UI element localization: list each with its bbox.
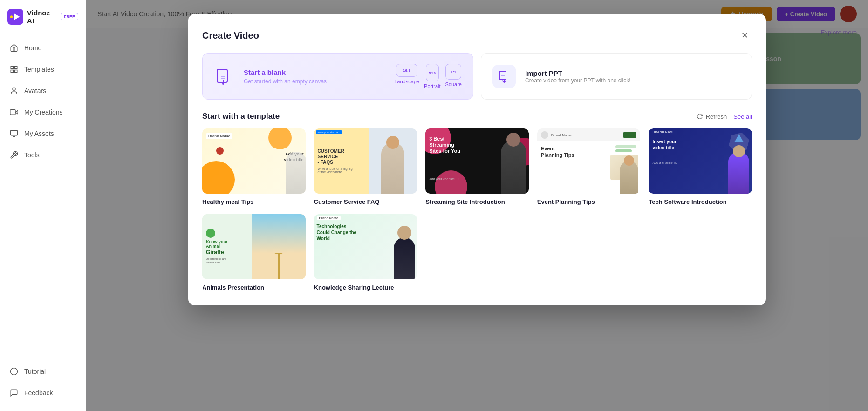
- template-card-healthy[interactable]: Brand Name Add your video title Healthy …: [202, 128, 306, 206]
- svg-rect-6: [15, 70, 17, 73]
- portrait-icon: 9:16: [426, 64, 439, 81]
- tech-person: [728, 152, 749, 194]
- svg-point-16: [222, 83, 224, 85]
- avatars-icon: [9, 86, 19, 95]
- modal-overlay[interactable]: Create Video ✕: [86, 0, 868, 411]
- template-card-tech[interactable]: BRAND NAME Insert yourvideo title Add a …: [649, 128, 752, 206]
- tech-thumb: BRAND NAME Insert yourvideo title Add a …: [649, 128, 752, 194]
- event-bar1: [615, 145, 636, 148]
- landscape-icon: 16:9: [396, 64, 417, 77]
- square-label: Square: [445, 81, 462, 87]
- sidebar-item-my-creations[interactable]: My Creations: [0, 101, 86, 123]
- import-option-content: Import PPT Create video from your PPT wi…: [525, 69, 631, 84]
- blank-icon: [214, 66, 234, 87]
- sidebar-item-my-assets[interactable]: My Assets: [0, 123, 86, 144]
- sidebar-item-home[interactable]: Home: [0, 37, 86, 59]
- main-content: Start AI Video Creation, 100% Free & Eff…: [86, 0, 868, 411]
- sidebar-item-my-assets-label: My Assets: [24, 130, 54, 137]
- square-ratio: 1:1: [451, 70, 456, 74]
- template-thumb-streaming: 3 BestStreamingSites for You Add your ch…: [425, 128, 529, 194]
- sidebar-item-avatars[interactable]: Avatars: [0, 80, 86, 101]
- refresh-icon: [697, 113, 703, 120]
- modal-title: Create Video: [202, 30, 259, 41]
- event-brand-text: Brand Name: [551, 133, 572, 137]
- see-all-button[interactable]: See all: [733, 113, 752, 120]
- sidebar-item-my-creations-label: My Creations: [24, 108, 62, 116]
- customer-left: CUSTOMERSERVICE- FAQS Write a topic or a…: [314, 128, 371, 194]
- refresh-templates-button[interactable]: Refresh: [697, 113, 727, 120]
- svg-rect-14: [217, 69, 227, 82]
- template-section-header: Start with a template Refresh See all: [202, 112, 752, 121]
- tutorial-icon: [9, 367, 19, 376]
- portrait-ratio: 9:16: [429, 71, 436, 74]
- refresh-label: Refresh: [706, 113, 727, 120]
- template-grid: Brand Name Add your video title Healthy …: [202, 128, 752, 291]
- event-bar2: [615, 149, 632, 152]
- knowledge-body: [394, 237, 415, 279]
- sidebar-item-templates-label: Templates: [24, 66, 54, 73]
- templates-icon: [9, 65, 19, 74]
- format-portrait[interactable]: 9:16 Portrait: [424, 64, 440, 89]
- sidebar: Vidnoz AI FREE Home Templates Avatars: [0, 0, 86, 411]
- animals-desc: Descriptions arewritten here: [206, 257, 250, 265]
- template-card-customer[interactable]: CUSTOMERSERVICE- FAQS Write a topic or a…: [314, 128, 417, 206]
- sidebar-item-tools[interactable]: Tools: [0, 144, 86, 166]
- landscape-label: Landscape: [394, 79, 419, 84]
- customer-thumb: CUSTOMERSERVICE- FAQS Write a topic or a…: [314, 128, 417, 194]
- logo[interactable]: Vidnoz AI FREE: [0, 0, 86, 34]
- feedback-icon: [9, 388, 19, 398]
- sidebar-item-tutorial[interactable]: Tutorial: [0, 361, 86, 382]
- blank-option-content: Start a blank Get started with an empty …: [244, 68, 327, 85]
- svg-marker-8: [15, 110, 18, 114]
- format-landscape[interactable]: 16:9 Landscape: [394, 64, 419, 89]
- sidebar-item-home-label: Home: [24, 44, 41, 52]
- template-label-healthy: Healthy meal Tips: [202, 198, 253, 205]
- animals-avatar: [206, 229, 215, 238]
- sidebar-item-tools-label: Tools: [24, 151, 40, 159]
- start-blank-option[interactable]: Start a blank Get started with an empty …: [202, 53, 473, 100]
- format-square[interactable]: 1:1 Square: [445, 64, 462, 89]
- streaming-channel: Add your channel ID.: [429, 177, 459, 181]
- knowledge-brand: Brand Name: [317, 216, 341, 220]
- blank-option-title: Start a blank: [244, 68, 327, 76]
- svg-rect-9: [10, 110, 15, 115]
- customer-sub-text: Write a topic or a highlightof the video…: [318, 167, 367, 174]
- template-thumb-healthy: Brand Name Add your video title: [202, 128, 306, 194]
- template-section-title: Start with a template: [202, 112, 280, 121]
- import-icon: [497, 69, 511, 83]
- sidebar-item-templates[interactable]: Templates: [0, 59, 86, 80]
- event-header-bar: Brand Name: [537, 128, 641, 141]
- animals-know-text: Know yourAnimal: [206, 240, 250, 249]
- see-all-label: See all: [733, 113, 752, 120]
- template-card-streaming[interactable]: 3 BestStreamingSites for You Add your ch…: [425, 128, 529, 206]
- event-title-text: EventPlanning Tips: [541, 145, 574, 159]
- template-card-knowledge[interactable]: Brand Name TechnologiesCould Change theW…: [314, 214, 417, 291]
- template-card-animals[interactable]: Know yourAnimal Giraffe Descriptions are…: [202, 214, 306, 291]
- knowledge-text: TechnologiesCould Change theWorld: [317, 223, 374, 242]
- blank-option-subtitle: Get started with an empty canvas: [244, 78, 327, 85]
- template-actions: Refresh See all: [697, 113, 752, 120]
- my-assets-icon: [9, 129, 19, 138]
- sidebar-bottom: Tutorial Feedback: [0, 357, 86, 411]
- customer-head: [386, 136, 399, 149]
- healthy-cherry: [216, 147, 224, 155]
- animals-giraffe-text: Giraffe: [206, 249, 250, 256]
- healthy-brand-label: Brand Name: [206, 133, 232, 139]
- template-thumb-customer: CUSTOMERSERVICE- FAQS Write a topic or a…: [314, 128, 417, 194]
- animals-thumb: Know yourAnimal Giraffe Descriptions are…: [202, 214, 306, 279]
- import-ppt-option[interactable]: Import PPT Create video from your PPT wi…: [481, 53, 752, 100]
- template-label-streaming: Streaming Site Introduction: [425, 198, 505, 205]
- customer-title-text: CUSTOMERSERVICE- FAQS: [318, 148, 367, 165]
- sidebar-item-feedback[interactable]: Feedback: [0, 382, 86, 404]
- event-head: [624, 155, 634, 166]
- template-card-event[interactable]: Brand Name EventPlanning Tips: [537, 128, 641, 206]
- logo-text: Vidnoz AI: [27, 9, 57, 25]
- event-bars: [615, 145, 636, 152]
- customer-person: [381, 142, 404, 194]
- event-thumb: Brand Name EventPlanning Tips: [537, 128, 641, 194]
- animals-right: [252, 214, 305, 279]
- square-icon: 1:1: [445, 64, 461, 80]
- create-video-modal: Create Video ✕: [188, 14, 766, 305]
- modal-close-button[interactable]: ✕: [737, 28, 752, 43]
- tech-title-text: Insert yourvideo title: [652, 139, 677, 151]
